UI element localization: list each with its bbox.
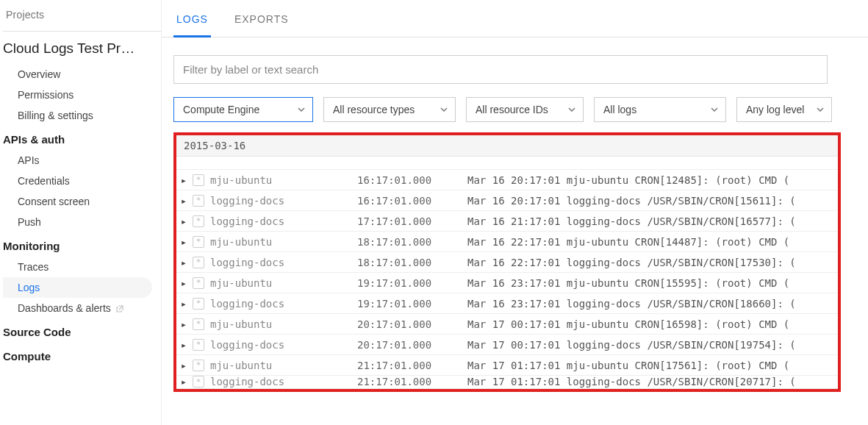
nav-item-label: Dashboards & alerts [18, 302, 111, 314]
log-host: mju-ubuntu [210, 174, 357, 186]
nav-item-push[interactable]: Push [3, 212, 161, 232]
log-date-header: 2015-03-16 [176, 135, 838, 157]
severity-icon: * [193, 318, 204, 330]
log-time: 17:17:01.000 [357, 215, 467, 227]
log-host: logging-docs [210, 215, 357, 227]
log-time: 19:17:01.000 [357, 277, 467, 289]
log-row[interactable]: ▸*mju-ubuntu16:17:01.000Mar 16 20:17:01 … [176, 170, 838, 190]
expand-icon[interactable]: ▸ [176, 257, 191, 268]
log-row[interactable]: ▸*logging-docs21:17:01.000Mar 17 01:17:0… [176, 376, 838, 389]
filter-label: Compute Engine [183, 104, 259, 115]
log-time: 18:17:01.000 [357, 236, 467, 248]
nav-item-label: Credentials [18, 175, 70, 187]
expand-icon[interactable]: ▸ [176, 376, 191, 388]
filter-all-resource-ids[interactable]: All resource IDs [466, 97, 584, 122]
log-row[interactable]: ▸*mju-ubuntu18:17:01.000Mar 16 22:17:01 … [176, 232, 838, 252]
nav-item-overview[interactable]: Overview [3, 64, 161, 85]
chevron-down-icon [298, 104, 305, 115]
sidebar: Projects Cloud Logs Test Pr… OverviewPer… [0, 0, 162, 425]
expand-icon[interactable]: ▸ [176, 277, 191, 289]
log-host: mju-ubuntu [210, 236, 357, 248]
log-row[interactable]: ▸*logging-docs16:17:01.000Mar 16 20:17:0… [176, 190, 838, 211]
log-time: 19:17:01.000 [357, 298, 467, 310]
filter-any-log-level[interactable]: Any log level [736, 97, 832, 122]
filter-label: All logs [603, 104, 636, 115]
log-row[interactable]: ▸*mju-ubuntu20:17:01.000Mar 17 00:17:01 … [176, 314, 838, 335]
nav-item-credentials[interactable]: Credentials [3, 171, 161, 191]
nav-item-dashboards-alerts[interactable]: Dashboards & alerts [3, 298, 161, 318]
tab-logs[interactable]: LOGS [173, 9, 211, 38]
expand-icon[interactable]: ▸ [176, 195, 191, 207]
expand-icon[interactable]: ▸ [176, 174, 191, 186]
log-host: logging-docs [210, 298, 357, 310]
log-row[interactable]: ▸*mju-ubuntu21:17:01.000Mar 17 01:17:01 … [176, 355, 838, 376]
log-host: logging-docs [210, 339, 357, 351]
severity-icon: * [193, 360, 204, 371]
log-time: 16:17:01.000 [357, 195, 467, 207]
filter-label: All resource types [333, 104, 415, 115]
log-row[interactable]: ▸*mju-ubuntu19:17:01.000Mar 16 23:17:01 … [176, 273, 838, 293]
severity-icon: * [193, 257, 204, 268]
expand-icon[interactable]: ▸ [176, 298, 191, 310]
expand-icon[interactable]: ▸ [176, 360, 191, 371]
nav-item-traces[interactable]: Traces [3, 257, 161, 277]
search-box[interactable] [173, 55, 828, 84]
expand-icon[interactable]: ▸ [176, 236, 191, 248]
expand-icon[interactable]: ▸ [176, 215, 191, 227]
log-row[interactable]: ▸*logging-docs20:17:01.000Mar 17 00:17:0… [176, 335, 838, 355]
nav-item-label: Billing & settings [18, 110, 93, 121]
severity-icon: * [193, 277, 204, 289]
nav-item-label: APIs [18, 154, 40, 166]
tab-exports[interactable]: EXPORTS [232, 9, 292, 37]
nav-section-header: APIs & auth [3, 126, 161, 150]
expand-icon[interactable]: ▸ [176, 339, 191, 351]
filter-label: All resource IDs [476, 104, 548, 115]
divider [3, 31, 161, 32]
sidebar-nav: OverviewPermissionsBilling & settingsAPI… [3, 64, 161, 367]
log-message: Mar 17 01:17:01 logging-docs /USR/SBIN/C… [467, 376, 838, 388]
filter-all-logs[interactable]: All logs [594, 97, 726, 122]
nav-item-billing-settings[interactable]: Billing & settings [3, 105, 161, 126]
nav-section-header: Compute [3, 343, 161, 367]
nav-item-label: Traces [18, 261, 49, 273]
nav-item-consent-screen[interactable]: Consent screen [3, 191, 161, 212]
log-message: Mar 16 20:17:01 mju-ubuntu CRON[12485]: … [467, 174, 838, 186]
chevron-down-icon [817, 104, 824, 115]
filter-label: Any log level [746, 104, 804, 115]
nav-item-logs[interactable]: Logs [3, 277, 152, 298]
severity-icon: * [193, 298, 204, 310]
nav-item-label: Consent screen [18, 196, 90, 207]
nav-item-label: Overview [18, 68, 60, 80]
log-row[interactable]: ▸*logging-docs18:17:01.000Mar 16 22:17:0… [176, 252, 838, 273]
log-message: Mar 16 22:17:01 mju-ubuntu CRON[14487]: … [467, 236, 838, 248]
search-input[interactable] [183, 63, 818, 76]
external-link-icon [115, 304, 124, 312]
logs-panel: 2015-03-16 ▸*mju-ubuntu16:17:01.000Mar 1… [173, 132, 841, 392]
expand-icon[interactable]: ▸ [176, 318, 191, 330]
log-time: 20:17:01.000 [357, 339, 467, 351]
log-message: Mar 17 01:17:01 mju-ubuntu CRON[17561]: … [467, 360, 838, 371]
log-host: logging-docs [210, 195, 357, 207]
log-row[interactable]: ▸*logging-docs19:17:01.000Mar 16 23:17:0… [176, 293, 838, 314]
filter-row: Compute EngineAll resource typesAll reso… [173, 97, 868, 122]
severity-icon: * [193, 195, 204, 207]
chevron-down-icon [568, 104, 575, 115]
log-time: 21:17:01.000 [357, 376, 467, 388]
nav-item-label: Push [18, 216, 41, 228]
severity-icon: * [193, 376, 204, 388]
filter-all-resource-types[interactable]: All resource types [323, 97, 456, 122]
nav-section-header: Source Code [3, 318, 161, 343]
log-host: mju-ubuntu [210, 360, 357, 371]
log-host: mju-ubuntu [210, 277, 357, 289]
log-row[interactable]: ▸*logging-docs17:17:01.000Mar 16 21:17:0… [176, 211, 838, 232]
breadcrumb[interactable]: Projects [3, 9, 161, 26]
project-title[interactable]: Cloud Logs Test Pr… [3, 40, 161, 64]
log-message: Mar 16 21:17:01 logging-docs /USR/SBIN/C… [467, 215, 838, 227]
nav-item-permissions[interactable]: Permissions [3, 85, 161, 105]
nav-item-label: Permissions [18, 89, 73, 101]
filter-compute-engine[interactable]: Compute Engine [173, 97, 313, 122]
log-message: Mar 17 00:17:01 mju-ubuntu CRON[16598]: … [467, 318, 838, 330]
nav-item-apis[interactable]: APIs [3, 150, 161, 171]
log-message: Mar 16 20:17:01 logging-docs /USR/SBIN/C… [467, 195, 838, 207]
log-time: 18:17:01.000 [357, 257, 467, 268]
